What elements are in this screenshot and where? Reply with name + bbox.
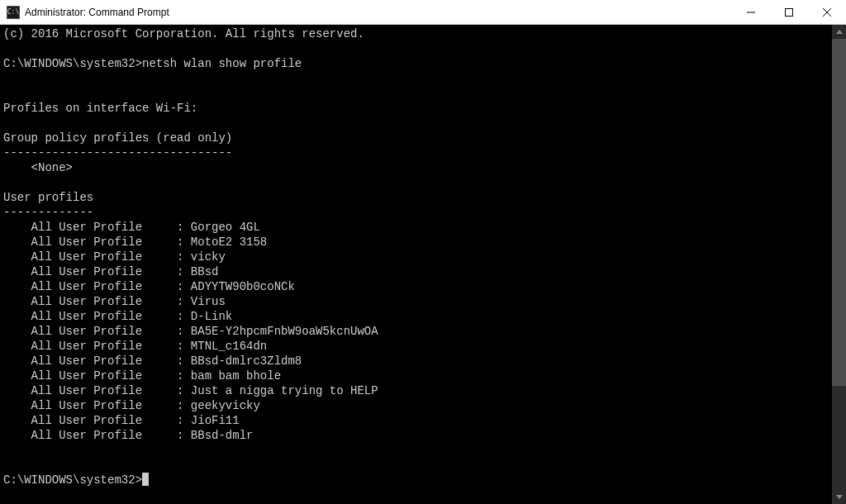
prompt-path: C:\WINDOWS\system32> (3, 56, 142, 71)
interface-header: Profiles on interface Wi-Fi: (3, 102, 197, 115)
scrollbar-thumb[interactable] (832, 39, 846, 386)
command-prompt-window: C:\ Administrator: Command Prompt (c) 20… (0, 0, 846, 504)
maximize-icon (785, 8, 793, 17)
cursor (142, 473, 149, 486)
separator-line: --------------------------------- (3, 146, 232, 159)
maximize-button[interactable] (770, 0, 808, 24)
user-profiles-header: User profiles (3, 191, 93, 204)
command-line: C:\WINDOWS\system32>netsh wlan show prof… (3, 56, 829, 71)
cmd-icon: C:\ (7, 6, 20, 19)
terminal-output[interactable]: (c) 2016 Microsoft Corporation. All righ… (0, 25, 832, 504)
window-controls (732, 0, 846, 24)
window-title: Administrator: Command Prompt (25, 7, 732, 18)
scrollbar-up-button[interactable] (832, 25, 846, 39)
group-policy-header: Group policy profiles (read only) (3, 131, 232, 145)
minimize-button[interactable] (732, 0, 770, 24)
close-button[interactable] (808, 0, 846, 24)
chevron-down-icon (836, 495, 843, 499)
command-text: netsh wlan show profile (142, 56, 302, 71)
separator-line: ------------- (3, 206, 93, 219)
scrollbar[interactable] (832, 25, 846, 504)
copyright-line: (c) 2016 Microsoft Corporation. All righ… (3, 27, 364, 40)
titlebar[interactable]: C:\ Administrator: Command Prompt (0, 0, 846, 25)
terminal-area: (c) 2016 Microsoft Corporation. All righ… (0, 25, 846, 504)
chevron-up-icon (836, 30, 843, 34)
group-policy-none: <None> (3, 161, 73, 174)
svg-rect-1 (786, 8, 793, 16)
scrollbar-down-button[interactable] (832, 490, 846, 504)
profiles-list: All User Profile : Gorgeo 4GL All User P… (3, 220, 829, 443)
close-icon (823, 8, 831, 17)
minimize-icon (747, 8, 755, 17)
prompt-line: C:\WINDOWS\system32> (3, 473, 829, 487)
prompt-path: C:\WINDOWS\system32> (3, 473, 142, 487)
